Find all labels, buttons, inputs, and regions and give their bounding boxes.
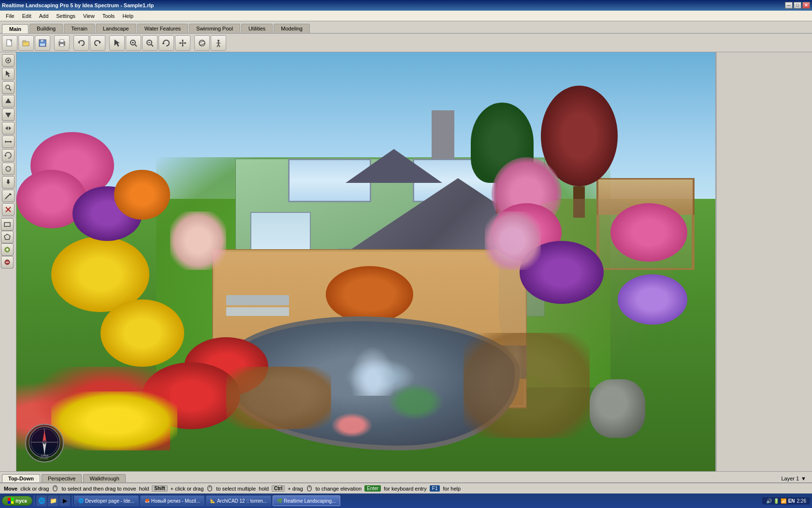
svg-point-24 [199, 40, 205, 46]
sidebar-draw[interactable] [2, 190, 14, 202]
layer-indicator: Layer 1 ▼ [777, 475, 810, 482]
layer-dropdown-icon[interactable]: ▼ [801, 476, 806, 481]
close-button[interactable]: ✕ [802, 2, 810, 9]
open-button[interactable] [18, 35, 34, 51]
taskbar: пуск 🌐 📁 ▶ 🌐 Developer page - Ide... 🦊 Н… [0, 493, 812, 508]
zoom-out-button[interactable] [142, 35, 158, 51]
tab-landscape[interactable]: Landscape [96, 24, 136, 33]
status-desc3: + click or drag [171, 486, 204, 492]
sidebar-delete[interactable] [2, 203, 14, 216]
sidebar-add-point[interactable] [1, 243, 14, 256]
menu-settings[interactable]: Settings [52, 12, 79, 20]
title-bar: Realtime Landscaping Pro 5 by Idea Spect… [0, 0, 812, 11]
sidebar-polygon[interactable] [1, 231, 14, 243]
sidebar-expand[interactable] [2, 135, 14, 148]
window-title: Realtime Landscaping Pro 5 by Idea Spect… [2, 2, 154, 8]
mulch-right [464, 333, 589, 438]
ql-media[interactable]: ▶ [59, 495, 70, 506]
sidebar-orbit[interactable] [2, 163, 14, 175]
taskbar-item-1[interactable]: 🌐 Developer page - Ide... [74, 495, 139, 506]
menu-view[interactable]: View [79, 12, 99, 20]
sidebar-pan[interactable] [2, 176, 14, 189]
tab-building[interactable]: Building [29, 24, 63, 33]
svg-line-15 [135, 45, 137, 46]
sidebar-zoom[interactable] [2, 81, 14, 94]
sidebar-rotate[interactable] [2, 149, 14, 162]
tab-water-features[interactable]: Water Features [137, 24, 188, 33]
svg-line-30 [218, 45, 220, 47]
tray-lang: EN [788, 498, 795, 504]
sidebar-down[interactable] [2, 108, 14, 121]
mouse-icon-3 [306, 485, 313, 492]
status-enter-key: Enter [364, 485, 381, 492]
menu-add[interactable]: Add [35, 12, 53, 20]
menu-edit[interactable]: Edit [18, 12, 35, 20]
menu-tools[interactable]: Tools [99, 12, 119, 20]
svg-rect-7 [60, 40, 64, 42]
new-button[interactable] [2, 35, 17, 51]
taskbar-item-3[interactable]: 📐 ArchiCAD 12 :: torren... [206, 495, 271, 506]
save-button[interactable] [35, 35, 50, 51]
sidebar-move[interactable] [2, 54, 14, 67]
tab-utilities[interactable]: Utilities [241, 24, 273, 33]
taskbar-item-2-label: Новый релиз - Mozil... [151, 498, 200, 504]
view-tab-top-down[interactable]: Top-Down [2, 474, 40, 482]
taskbar-item-4[interactable]: 🌿 Realtime Landscaping... [273, 495, 340, 506]
view-tab-perspective[interactable]: Perspective [42, 474, 82, 482]
chimney [432, 110, 454, 159]
zoom-in-button[interactable] [126, 35, 141, 51]
view-tabs: Top-Down Perspective Walkthrough Layer 1… [0, 471, 812, 483]
viewport-3d[interactable]: Orbit Height [16, 52, 715, 471]
svg-point-34 [6, 85, 10, 89]
status-desc5: + drag [288, 486, 303, 492]
ql-explore[interactable]: 📁 [48, 495, 58, 506]
quick-launch: 🌐 📁 ▶ [34, 495, 72, 506]
rotate-button[interactable] [159, 35, 174, 51]
svg-marker-43 [4, 155, 7, 157]
orbit-button[interactable] [194, 35, 210, 51]
minimize-button[interactable]: ─ [785, 2, 793, 9]
sidebar-remove-point[interactable] [1, 256, 14, 269]
scene-3d: Orbit Height [16, 52, 715, 471]
tab-modeling[interactable]: Modeling [274, 24, 310, 33]
start-button[interactable]: пуск [2, 496, 32, 506]
restore-button[interactable]: □ [794, 2, 801, 9]
status-desc7: for keyboard entry [384, 486, 427, 492]
svg-rect-72 [8, 498, 11, 501]
mulch-deck-base [226, 367, 331, 430]
status-desc8: for help [443, 486, 461, 492]
print-button[interactable] [54, 35, 70, 51]
view-tab-walkthrough[interactable]: Walkthrough [83, 474, 125, 482]
sidebar-rectangle[interactable] [1, 218, 14, 231]
svg-point-26 [218, 40, 219, 42]
status-desc2: to select and then drag to move [61, 486, 136, 492]
stone-feature [590, 379, 646, 438]
bush-pink-right-2 [610, 203, 687, 262]
tab-swimming-pool[interactable]: Swimming Pool [189, 24, 240, 33]
select-button[interactable] [109, 35, 125, 51]
svg-rect-51 [4, 223, 10, 226]
tab-main[interactable]: Main [2, 24, 29, 33]
sidebar-left-right[interactable] [2, 122, 14, 134]
menu-help[interactable]: Help [118, 12, 137, 20]
status-hold1: hold [139, 486, 149, 492]
start-label: пуск [15, 498, 27, 504]
svg-point-44 [6, 166, 11, 171]
tab-terrain[interactable]: Terrain [64, 24, 95, 33]
pan-button[interactable] [175, 35, 190, 51]
taskbar-item-2[interactable]: 🦊 Новый релиз - Mozil... [140, 495, 204, 506]
svg-marker-20 [182, 39, 184, 41]
status-desc6: to change elevation [316, 486, 362, 492]
svg-rect-75 [11, 501, 14, 504]
sidebar-up[interactable] [2, 95, 14, 107]
walk-button[interactable] [211, 35, 226, 51]
bench [226, 295, 289, 320]
redo-button[interactable] [90, 35, 105, 51]
undo-button[interactable] [73, 35, 89, 51]
menu-file[interactable]: File [2, 12, 18, 20]
status-ctrl-key: Ctrl [272, 485, 285, 492]
sidebar-select[interactable] [2, 68, 14, 80]
ql-ie[interactable]: 🌐 [36, 495, 47, 506]
svg-rect-2 [23, 41, 26, 42]
svg-text:Height: Height [38, 458, 48, 459]
